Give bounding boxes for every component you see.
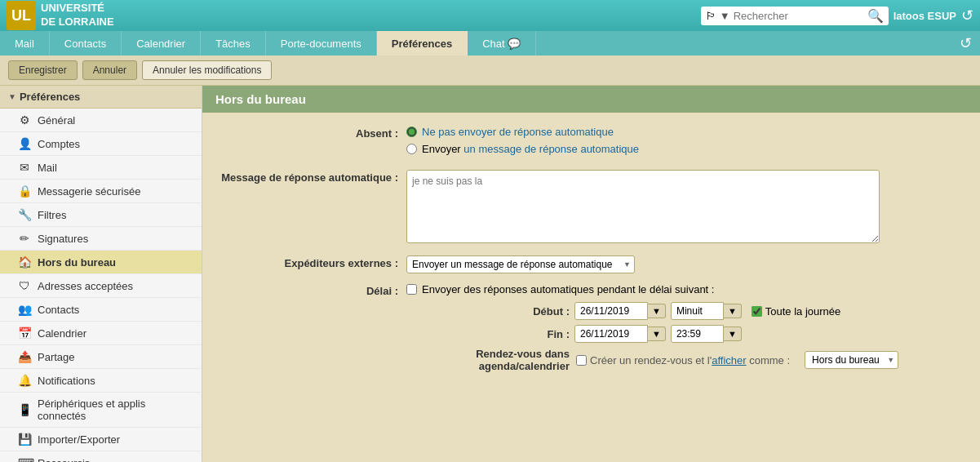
sidebar-item-contacts[interactable]: 👥 Contacts: [0, 298, 202, 322]
debut-time-btn[interactable]: ▼: [724, 304, 742, 318]
absent-options: Ne pas envoyer de réponse automatique En…: [406, 126, 964, 160]
sidebar-item-calendrier[interactable]: 📅 Calendrier: [0, 322, 202, 345]
fin-time-wrapper: ▼: [671, 325, 742, 343]
sidebar-item-label: Contacts: [38, 304, 79, 316]
search-bar: 🏳 ▼ 🔍: [701, 7, 889, 25]
message-textarea[interactable]: [406, 170, 880, 243]
mail-icon: ✉: [18, 161, 31, 174]
delai-row: Délai : Envoyer des réponses automatique…: [219, 283, 964, 372]
sidebar-item-signatures[interactable]: ✏ Signatures: [0, 227, 202, 251]
user-button[interactable]: latoos ESUP: [894, 10, 956, 22]
sidebar-item-mail[interactable]: ✉ Mail: [0, 156, 202, 180]
radio-no-reply-input[interactable]: [406, 127, 417, 137]
main-layout: ▼ Préférences ⚙ Général 👤 Comptes ✉ Mail…: [0, 86, 980, 462]
debut-label: Début :: [521, 305, 570, 318]
message-field: [406, 170, 964, 246]
navtabs: Mail Contacts Calendrier Tâches Porte-do…: [0, 31, 980, 56]
topbar-right: 🏳 ▼ 🔍 latoos ESUP ↺: [701, 7, 973, 25]
section-title: Hors du bureau: [202, 86, 980, 113]
tab-contacts[interactable]: Contacts: [50, 31, 122, 56]
debut-date-btn[interactable]: ▼: [648, 304, 666, 318]
rdv-checkbox[interactable]: [576, 355, 587, 366]
fin-date-input[interactable]: [574, 325, 648, 343]
save-button[interactable]: Enregistrer: [8, 60, 78, 80]
search-button[interactable]: 🔍: [867, 8, 884, 24]
bell-icon: 🔔: [18, 374, 31, 387]
rdv-select[interactable]: Hors du bureau: [805, 351, 898, 369]
debut-time-wrapper: ▼: [671, 302, 742, 320]
sidebar-item-notifications[interactable]: 🔔 Notifications: [0, 369, 202, 393]
radio-send-reply-input[interactable]: [406, 144, 417, 154]
radio-send-reply-label: Envoyer un message de réponse automatiqu…: [422, 143, 639, 155]
delai-checkbox-row: Envoyer des réponses automatiques pendan…: [406, 283, 964, 295]
sidebar-item-hors-du-bureau[interactable]: 🏠 Hors du bureau: [0, 251, 202, 274]
expediteurs-label: Expéditeurs externes :: [219, 255, 398, 269]
fin-time-input[interactable]: [671, 325, 724, 343]
tab-mail[interactable]: Mail: [0, 31, 50, 56]
tab-taches[interactable]: Tâches: [201, 31, 266, 56]
lock-icon: 🔒: [18, 184, 31, 198]
sidebar-item-messagerie-securisee[interactable]: 🔒 Messagerie sécurisée: [0, 180, 202, 203]
dropdown-icon[interactable]: ▼: [720, 10, 730, 22]
sidebar-collapse-icon[interactable]: ▼: [8, 92, 16, 101]
sidebar-item-raccourcis[interactable]: ⌨ Raccourcis: [0, 451, 202, 462]
radio-no-reply-label: Ne pas envoyer de réponse automatique: [422, 126, 614, 138]
debut-date-wrapper: ▼: [574, 302, 666, 320]
debut-time-input[interactable]: [671, 302, 724, 320]
fin-time-btn[interactable]: ▼: [724, 327, 742, 341]
user-icon: 👤: [18, 137, 31, 150]
sidebar-item-label: Périphériques et applis connectés: [38, 398, 193, 422]
sidebar-header: ▼ Préférences: [0, 86, 202, 109]
tab-calendrier[interactable]: Calendrier: [122, 31, 201, 56]
refresh-icon[interactable]: ↺: [961, 7, 973, 24]
cancel-changes-button[interactable]: Annuler les modifications: [142, 60, 272, 80]
rdv-checkbox-label: Créer un rendez-vous et l'afficher comme…: [576, 354, 790, 366]
sidebar-item-importer-exporter[interactable]: 💾 Importer/Exporter: [0, 428, 202, 451]
debut-row: Début : ▼ ▼ Toute la journée: [521, 302, 964, 320]
refresh-nav-icon[interactable]: ↺: [951, 31, 980, 56]
sidebar-item-comptes[interactable]: 👤 Comptes: [0, 132, 202, 156]
sidebar-item-label: Notifications: [38, 375, 95, 387]
sidebar-header-label: Préférences: [20, 91, 80, 103]
sidebar-item-label: Hors du bureau: [38, 256, 116, 269]
expediteurs-select[interactable]: Envoyer un message de réponse automatiqu…: [406, 255, 635, 273]
tab-porte-documents[interactable]: Porte-documents: [266, 31, 377, 56]
logo-initials: UL: [7, 1, 36, 30]
device-icon: 📱: [18, 403, 31, 416]
cancel-button[interactable]: Annuler: [82, 60, 137, 80]
delai-field: Envoyer des réponses automatiques pendan…: [406, 283, 964, 372]
expediteurs-select-wrapper: Envoyer un message de réponse automatiqu…: [406, 255, 635, 273]
sidebar-item-label: Importer/Exporter: [38, 433, 120, 446]
logo: UL UNIVERSITÉ DE LORRAINE: [7, 1, 114, 30]
expediteurs-field: Envoyer un message de réponse automatiqu…: [406, 255, 964, 273]
toolbar: Enregistrer Annuler Annuler les modifica…: [0, 56, 980, 86]
tab-chat[interactable]: Chat 💬: [468, 31, 536, 56]
sidebar-item-filtres[interactable]: 🔧 Filtres: [0, 203, 202, 227]
sidebar-item-label: Calendrier: [38, 327, 86, 340]
signature-icon: ✏: [18, 232, 31, 245]
sidebar: ▼ Préférences ⚙ Général 👤 Comptes ✉ Mail…: [0, 86, 202, 462]
topbar: UL UNIVERSITÉ DE LORRAINE 🏳 ▼ 🔍 latoos E…: [0, 0, 980, 31]
sidebar-item-label: Signatures: [38, 233, 88, 245]
gear-icon: ⚙: [18, 113, 31, 127]
calendar-icon: 📅: [18, 327, 31, 340]
delai-checkbox-label: Envoyer des réponses automatiques pendan…: [422, 283, 714, 295]
sidebar-item-adresses-acceptees[interactable]: 🛡 Adresses acceptées: [0, 274, 202, 298]
keyboard-icon: ⌨: [18, 456, 31, 462]
sidebar-item-peripheriques[interactable]: 📱 Périphériques et applis connectés: [0, 393, 202, 428]
sidebar-item-partage[interactable]: 📤 Partage: [0, 345, 202, 369]
rdv-row: Rendez-vous dans agenda/calendrier Créer…: [406, 348, 964, 372]
rdv-label-text: Créer un rendez-vous et l'afficher comme…: [590, 354, 790, 366]
sidebar-item-label: Partage: [38, 351, 75, 363]
tab-preferences[interactable]: Préférences: [377, 31, 468, 56]
delai-checkbox[interactable]: [406, 284, 417, 295]
share-icon: 📤: [18, 350, 31, 363]
sidebar-item-general[interactable]: ⚙ Général: [0, 109, 202, 132]
search-input[interactable]: [734, 10, 864, 22]
sidebar-item-label: Mail: [38, 162, 57, 174]
all-day-checkbox[interactable]: [752, 306, 762, 317]
sidebar-item-label: Adresses acceptées: [38, 280, 133, 292]
fin-date-btn[interactable]: ▼: [648, 327, 666, 341]
fin-row: Fin : ▼ ▼: [521, 325, 964, 343]
debut-date-input[interactable]: [574, 302, 648, 320]
